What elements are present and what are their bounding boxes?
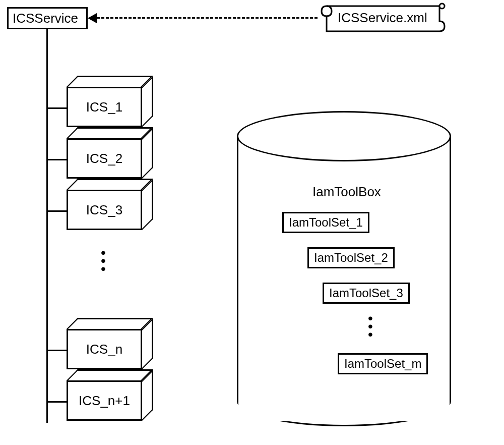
arrow-head-icon [88, 13, 97, 23]
ics-label-3: ICS_3 [86, 202, 122, 218]
ics-label-1: ICS_1 [86, 99, 122, 115]
ics-cube-2: ICS_2 [67, 127, 142, 168]
tree-branch-3 [46, 210, 67, 212]
ics-ellipsis-dots: ••• [101, 247, 106, 274]
dashed-arrow-line [97, 17, 318, 19]
ics-cube-n: ICS_n [67, 318, 142, 358]
tree-branch-n1 [46, 401, 67, 403]
xml-document-scroll: ICSService.xml [318, 1, 449, 36]
ics-cube-1: ICS_1 [67, 76, 142, 116]
tree-trunk-line [46, 29, 48, 423]
toolset-ellipsis-dots: ••• [368, 313, 373, 340]
tree-branch-1 [46, 107, 67, 109]
toolset-3: IamToolSet_3 [323, 283, 410, 304]
tree-branch-n [46, 350, 67, 351]
ics-label-n1: ICS_n+1 [79, 393, 130, 409]
ics-label-2: ICS_2 [86, 151, 122, 166]
toolset-1: IamToolSet_1 [282, 212, 369, 233]
ics-cube-3: ICS_3 [67, 179, 142, 219]
icsservice-root-label: ICSService [13, 11, 78, 26]
toolbox-title: IamToolBox [312, 184, 381, 200]
ics-cube-n1: ICS_n+1 [67, 369, 142, 410]
toolbox-cylinder: IamToolBox IamToolSet_1 IamToolSet_2 Iam… [237, 111, 451, 426]
toolset-m: IamToolSet_m [338, 353, 428, 374]
xml-document-label: ICSService.xml [338, 10, 427, 26]
ics-label-n: ICS_n [86, 342, 122, 357]
svg-point-0 [439, 4, 445, 9]
diagram-canvas: { "service": { "root_label": "ICSService… [0, 0, 504, 445]
icsservice-root-box: ICSService [7, 7, 88, 29]
toolset-2: IamToolSet_2 [307, 247, 395, 268]
cylinder-top-ellipse [237, 111, 451, 161]
tree-branch-2 [46, 159, 67, 160]
